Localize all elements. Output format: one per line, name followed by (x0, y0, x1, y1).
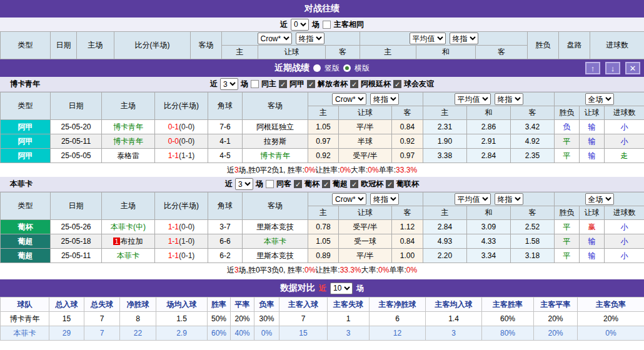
arrow-up-icon: ↑ (591, 64, 595, 73)
corners: 6-2 (208, 249, 243, 263)
summary-text: 大率: (351, 165, 368, 176)
avg-stage-select[interactable]: 终指 (495, 93, 523, 105)
summary-text: 让胜率: (315, 165, 340, 176)
compare-cell: 80% (482, 326, 534, 341)
avg-stage-select[interactable]: 终指 (495, 193, 523, 205)
team-benfica-matches-select[interactable]: 3 (235, 178, 253, 190)
near-label: 近 (210, 79, 218, 89)
h2h-filter-row: 近 0 场 主客相同 (0, 18, 644, 31)
handicap: 平/半 (339, 249, 392, 263)
home-team-link[interactable]: 泰格雷 (117, 151, 139, 160)
league-checkbox-3[interactable] (386, 180, 394, 188)
handicap-result: 输 (580, 149, 605, 163)
horizontal-layout-radio[interactable] (343, 64, 351, 72)
goals-result: 小 (605, 134, 644, 149)
compare-cell: 7 (279, 312, 328, 326)
scope-select[interactable]: 全场 (585, 193, 614, 205)
home-team-link[interactable]: 博卡青年 (113, 137, 143, 146)
compare-header-bar: 数据对比 近 10 场 (0, 279, 644, 297)
compare-cell: 1.4 (426, 312, 482, 326)
league-checkbox-0[interactable] (279, 80, 287, 88)
compare-cell: 8 (120, 312, 156, 326)
match-date: 25-05-11 (51, 249, 102, 263)
same-home-checkbox[interactable] (251, 80, 259, 88)
compare-cell: 20% (534, 326, 578, 341)
away-team-link[interactable]: 里斯本竞技 (256, 251, 294, 260)
compare-cell: 30% (254, 312, 279, 326)
h2h-subcol-avg-draw: 和 (416, 46, 476, 59)
league-checkbox-0[interactable] (294, 180, 302, 188)
h2h-odds-stage-select[interactable]: 终指 (296, 32, 325, 44)
league-checkbox-2[interactable] (350, 180, 358, 188)
subcol-avg-home: 主 (423, 206, 467, 220)
home-team-link[interactable]: 布拉加 (121, 237, 143, 246)
compare-matches-select[interactable]: 10 (330, 282, 353, 294)
h2h-subcol-handicap: 让球 (258, 46, 326, 59)
compare-near-label: 近 (319, 283, 326, 294)
compare-cell: 1 (328, 312, 370, 326)
league-badge: 阿甲 (1, 134, 51, 149)
compare-col-ha-goals-for: 主客入球 (279, 298, 328, 312)
away-team-cell: 博卡青年 (243, 149, 308, 163)
summary-value: 0% (378, 266, 389, 274)
compare-cell: 60% (208, 326, 231, 341)
subcol-hcap-result: 让球 (580, 206, 605, 220)
move-down-button[interactable]: ↓ (605, 62, 620, 74)
away-team-link[interactable]: 拉努斯 (264, 137, 286, 146)
same-away-checkbox[interactable] (266, 180, 274, 188)
league-checkbox-1[interactable] (307, 80, 315, 88)
avg-company-select[interactable]: 平均值 (455, 193, 491, 205)
subcol-handicap: 让球 (339, 106, 392, 120)
away-odds: 1.00 (392, 249, 423, 263)
league-label-0: 阿甲 (289, 79, 304, 89)
odds-stage-select[interactable]: 终指 (370, 93, 399, 105)
away-team-link[interactable]: 本菲卡 (264, 237, 286, 246)
h2h-avg-stage-select[interactable]: 终指 (450, 32, 478, 44)
vertical-layout-radio[interactable] (313, 64, 321, 72)
h2h-odds-company-select[interactable]: Crow* (258, 32, 292, 44)
match-date: 25-05-05 (51, 149, 102, 163)
away-team-link[interactable]: 阿根廷独立 (256, 122, 294, 131)
away-team-link[interactable]: 博卡青年 (260, 151, 290, 160)
compare-row-boca: 博卡青年 15 7 8 1.5 50% 20% 30% 7 1 6 1.4 60… (1, 312, 644, 326)
compare-cell: 20% (578, 312, 644, 326)
avg-home-odds: 2.20 (423, 249, 467, 263)
h2h-near-label: 近 (280, 19, 288, 30)
league-checkbox-3[interactable] (393, 80, 401, 88)
h2h-matches-select[interactable]: 0 (291, 19, 309, 31)
same-homeaway-checkbox[interactable] (323, 21, 331, 29)
result: 平 (555, 134, 580, 149)
recent-title-group: 近期战绩 竖版 横版 (274, 62, 370, 74)
h2h-unit-label: 场 (312, 19, 319, 30)
odds-stage-select[interactable]: 终指 (370, 193, 399, 205)
league-checkbox-1[interactable] (322, 180, 330, 188)
h2h-subcol-avg-home: 主 (360, 46, 416, 59)
team-boca-section-row: 博卡青年 近 3 场 同主 阿甲 解放者杯 阿根廷杯 球会友谊 (0, 77, 644, 92)
league-badge: 葡超 (1, 234, 51, 249)
close-button[interactable]: ✕ (625, 62, 640, 74)
corners: 4-1 (208, 134, 243, 149)
h2h-avg-company-select[interactable]: 平均值 (410, 32, 446, 44)
away-team-link[interactable]: 里斯本竞技 (256, 222, 294, 231)
table-row: 葡超 25-05-11 本菲卡 1-1(0-1) 6-2 里斯本竞技 0.89 … (1, 249, 644, 263)
score-cell: 0-0(0-0) (155, 134, 208, 149)
home-team-link[interactable]: 本菲卡 (117, 251, 139, 260)
move-up-button[interactable]: ↑ (585, 62, 600, 74)
scope-select[interactable]: 全场 (585, 93, 614, 105)
away-team-cell: 拉努斯 (243, 134, 308, 149)
handicap: 受平/半 (339, 149, 392, 163)
odds-company-select[interactable]: Crow* (332, 193, 366, 205)
score-cell: 1-1(1-0) (155, 234, 208, 249)
avg-away-odds: 4.92 (511, 134, 555, 149)
col-type: 类型 (1, 192, 51, 220)
home-team-link[interactable]: 本菲卡(中) (111, 222, 146, 231)
match-date: 25-05-18 (51, 234, 102, 249)
team-boca-matches-select[interactable]: 3 (220, 78, 238, 90)
avg-company-select[interactable]: 平均值 (455, 93, 491, 105)
halftime-score: (0-1) (179, 251, 194, 260)
league-checkbox-2[interactable] (350, 80, 358, 88)
odds-company-select[interactable]: Crow* (332, 93, 366, 105)
h2h-col-away: 客场 (191, 32, 222, 59)
home-team-link[interactable]: 博卡青年 (113, 122, 143, 131)
avg-away-odds: 2.52 (511, 220, 555, 234)
